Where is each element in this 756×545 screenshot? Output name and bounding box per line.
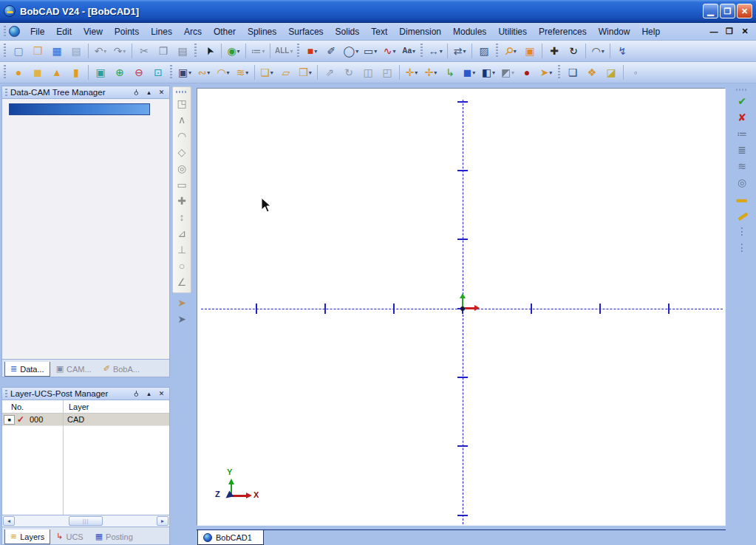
redraw-button[interactable]: ↻ xyxy=(565,43,582,60)
sweep-surface-button[interactable]: ≋▾ xyxy=(234,64,251,81)
dropdown-arrow-icon[interactable]: ▾ xyxy=(355,48,358,55)
dropdown-arrow-icon[interactable]: ▾ xyxy=(463,48,466,55)
point-grid-button[interactable]: ✢▾ xyxy=(422,64,440,81)
new-button[interactable]: ▢ xyxy=(10,43,27,60)
mdi-close-button[interactable]: ✕ xyxy=(738,27,752,36)
erase-marks-button[interactable]: ◪ xyxy=(602,64,620,81)
toolbar-grip[interactable] xyxy=(297,44,299,58)
menu-arcs[interactable]: Arcs xyxy=(178,24,208,39)
menu-splines[interactable]: Splines xyxy=(242,24,282,39)
point-button[interactable]: ✛▾ xyxy=(403,64,420,81)
dropdown-arrow-icon[interactable]: ▾ xyxy=(237,48,240,55)
menu-grip[interactable] xyxy=(4,26,6,38)
skin-surface-button[interactable]: ❒▾ xyxy=(296,64,314,81)
dropdown-arrow-icon[interactable]: ▾ xyxy=(123,48,126,55)
dropdown-arrow-icon[interactable]: ▾ xyxy=(207,69,210,76)
dropdown-arrow-icon[interactable]: ▾ xyxy=(314,48,317,55)
dropdown-arrow-icon[interactable]: ▾ xyxy=(602,48,605,55)
dropdown-arrow-icon[interactable]: ▾ xyxy=(511,69,514,76)
scrollbar-track[interactable]: ||| xyxy=(15,516,157,526)
rectangle-button[interactable]: ▭▾ xyxy=(361,43,379,60)
select-button[interactable]: ➤ xyxy=(200,43,218,60)
tab-posting[interactable]: ▦ Posting xyxy=(89,529,139,544)
dropdown-arrow-icon[interactable]: ▾ xyxy=(412,48,415,55)
zoom-window-button[interactable]: ▣ xyxy=(521,43,539,60)
cylinder-button[interactable]: ▮ xyxy=(67,64,85,81)
toolbar-grip[interactable] xyxy=(736,89,748,91)
solid-display-button[interactable]: ◼▾ xyxy=(460,64,478,81)
close-button[interactable]: ✕ xyxy=(737,4,752,18)
dropdown-arrow-icon[interactable]: ▾ xyxy=(492,69,495,76)
dropdown-arrow-icon[interactable]: ▾ xyxy=(415,69,418,76)
scrollbar-thumb[interactable]: ||| xyxy=(69,516,103,526)
save-button[interactable]: ▦ xyxy=(48,43,66,60)
dropdown-arrow-icon[interactable]: ▾ xyxy=(262,48,265,55)
scroll-left-icon[interactable]: ◂ xyxy=(3,516,15,526)
collapse-icon[interactable]: ▴ xyxy=(143,388,154,399)
tab-layers[interactable]: ≋ Layers xyxy=(4,529,50,544)
material-button[interactable]: ● xyxy=(518,64,536,81)
dropdown-arrow-icon[interactable]: ▾ xyxy=(188,69,191,76)
menu-file[interactable]: File xyxy=(24,24,50,39)
measure-distance-button[interactable]: ▬ xyxy=(733,191,751,207)
panel-grip[interactable] xyxy=(5,390,7,398)
dropdown-arrow-icon[interactable]: ▾ xyxy=(270,69,273,76)
open-button[interactable]: ❒ xyxy=(29,43,47,60)
close-panel-icon[interactable]: ✕ xyxy=(156,87,167,97)
boolean-common-button[interactable]: ⊡ xyxy=(149,64,167,81)
edit-attributes-button[interactable]: ✐ xyxy=(322,43,340,60)
hatch-button[interactable]: ▨ xyxy=(475,43,493,60)
dropdown-arrow-icon[interactable]: ▾ xyxy=(393,48,396,55)
boolean-add-button[interactable]: ⊕ xyxy=(111,64,129,81)
maximize-button[interactable]: ❐ xyxy=(720,4,735,18)
mdi-restore-button[interactable]: ❐ xyxy=(723,27,736,36)
menu-view[interactable]: View xyxy=(78,24,109,39)
tab-data[interactable]: ≣ Data... xyxy=(4,362,50,377)
toolbar-grip[interactable] xyxy=(194,44,197,58)
menu-text[interactable]: Text xyxy=(365,24,393,39)
collapse-icon[interactable]: ▴ xyxy=(143,87,154,97)
menu-dimension[interactable]: Dimension xyxy=(393,24,447,39)
dropdown-arrow-icon[interactable]: ▾ xyxy=(440,48,443,55)
boolean-subtract-button[interactable]: ⊖ xyxy=(130,64,148,81)
dropdown-arrow-icon[interactable]: ▾ xyxy=(227,69,230,76)
layer-row[interactable]: ■ ✓ 000 CAD xyxy=(2,414,169,426)
layer-color-button[interactable]: ■▾ xyxy=(303,43,321,60)
tab-ucs[interactable]: ↳ UCS xyxy=(50,529,89,544)
pan-button[interactable]: ✚ xyxy=(545,43,563,60)
pin-icon[interactable]: ⚲ xyxy=(131,388,142,399)
revolve-surface-button[interactable]: ◠▾ xyxy=(214,64,232,81)
menu-surfaces[interactable]: Surfaces xyxy=(282,24,329,39)
menu-help[interactable]: Help xyxy=(636,24,666,39)
layer-active-check-icon[interactable]: ✓ xyxy=(15,414,27,425)
toolbar-grip[interactable] xyxy=(496,44,498,58)
toolbar-grip[interactable] xyxy=(420,44,423,58)
cube-button[interactable]: ◼ xyxy=(29,64,47,81)
render-mode-button[interactable]: ◧▾ xyxy=(480,64,497,81)
minimize-button[interactable]: ▁ xyxy=(703,4,718,18)
smart-dimension-button[interactable]: ⇄▾ xyxy=(451,43,469,60)
mirror-button[interactable]: ◫ xyxy=(359,64,377,81)
extrude-surface-button[interactable]: ❏▾ xyxy=(258,64,276,81)
menu-utilities[interactable]: Utilities xyxy=(492,24,533,39)
rotate-entities-button[interactable]: ↻ xyxy=(340,64,358,81)
dropdown-arrow-icon[interactable]: ▾ xyxy=(549,69,552,76)
analyze-button[interactable]: ↯ xyxy=(613,43,631,60)
dimension-button[interactable]: ↔▾ xyxy=(426,43,444,60)
scroll-right-icon[interactable]: ▸ xyxy=(157,516,168,526)
corner-button[interactable]: ↳ xyxy=(441,64,459,81)
drawing-canvas[interactable]: Y X Z xyxy=(197,88,726,526)
toolbar-grip[interactable] xyxy=(4,44,6,58)
menu-points[interactable]: Points xyxy=(109,24,145,39)
dropdown-arrow-icon[interactable]: ▾ xyxy=(245,69,248,76)
window-split-button[interactable]: ❏ xyxy=(564,64,582,81)
menu-edit[interactable]: Edit xyxy=(50,24,78,39)
layer-visible-icon[interactable]: ■ xyxy=(4,415,15,425)
planar-surface-button[interactable]: ▱ xyxy=(277,64,295,81)
extrude-boss-button[interactable]: ▣ xyxy=(92,64,109,81)
ok-button[interactable]: ✔ xyxy=(733,93,751,109)
menu-lines[interactable]: Lines xyxy=(145,24,178,39)
menu-window[interactable]: Window xyxy=(593,24,636,39)
circle-button[interactable]: ◯▾ xyxy=(341,43,360,60)
dropdown-arrow-icon[interactable]: ▾ xyxy=(434,69,437,76)
